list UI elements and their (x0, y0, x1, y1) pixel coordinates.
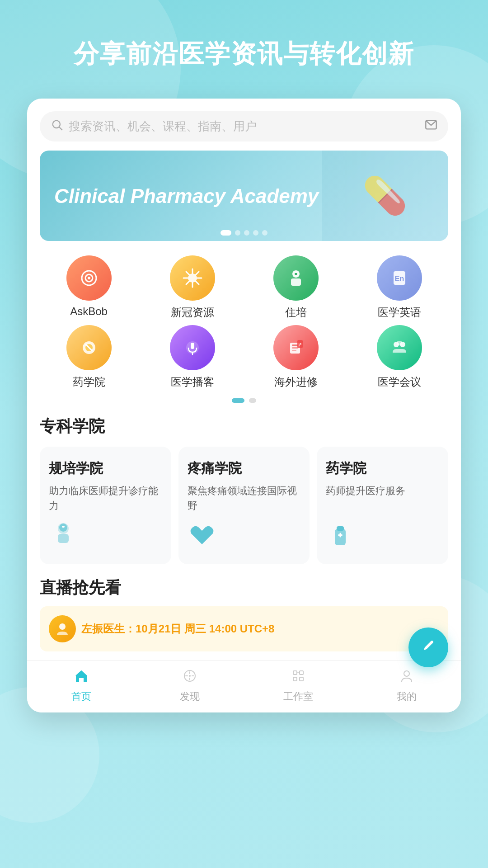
live-avatar (49, 615, 76, 642)
app-card: 搜索资讯、机会、课程、指南、用户 Clinical Pharmacy Acade… (27, 99, 461, 712)
zhupei-label: 住培 (285, 305, 307, 320)
search-placeholder: 搜索资讯、机会、课程、指南、用户 (69, 118, 425, 134)
specialty-card-guipei[interactable]: 规培学院 助力临床医师提升诊疗能力 (40, 447, 171, 564)
svg-rect-17 (295, 273, 297, 275)
svg-rect-42 (340, 533, 341, 538)
live-section: 直播抢先看 左振医生：10月21日 周三 14:00 UTC+8 (27, 577, 461, 660)
icon-conference[interactable]: 医学会议 (350, 325, 448, 389)
live-info: 左振医生：10月21日 周三 14:00 UTC+8 (81, 622, 439, 636)
nav-discover[interactable]: 发现 (136, 668, 244, 703)
svg-rect-53 (293, 677, 297, 681)
svg-line-13 (196, 272, 199, 275)
svg-rect-51 (293, 671, 297, 675)
icon-dot-1 (232, 398, 244, 403)
pharm-icon (326, 521, 439, 555)
svg-rect-16 (291, 278, 301, 286)
discover-label: 发现 (180, 690, 200, 703)
svg-text:En: En (394, 275, 404, 283)
pharm-title: 药学院 (326, 459, 439, 478)
icon-dot-2 (249, 398, 256, 403)
home-label: 首页 (71, 690, 91, 703)
guipei-title: 规培学院 (49, 459, 162, 478)
svg-point-5 (88, 277, 90, 279)
banner-dot-2 (235, 230, 240, 236)
workspace-label: 工作室 (283, 690, 313, 703)
svg-rect-40 (337, 526, 344, 531)
zhupei-icon-circle (273, 255, 319, 301)
pain-title: 疼痛学院 (188, 459, 301, 478)
banner-dot-1 (221, 230, 231, 236)
svg-text:↗: ↗ (298, 342, 302, 347)
overseas-icon-circle: ↗ (273, 325, 319, 370)
bottom-nav: 首页 发现 (27, 660, 461, 712)
english-label: 医学英语 (378, 305, 421, 320)
nav-workspace[interactable]: 工作室 (244, 668, 352, 703)
specialty-card-pain[interactable]: 疼痛学院 聚焦疼痛领域连接国际视野 (178, 447, 310, 564)
fab-edit-button[interactable] (408, 627, 448, 667)
nav-profile[interactable]: 我的 (352, 668, 461, 703)
icon-english[interactable]: En 医学英语 (350, 255, 448, 320)
svg-rect-52 (300, 671, 303, 675)
pharm-desc: 药师提升医疗服务 (326, 483, 439, 514)
svg-point-46 (189, 675, 191, 677)
svg-point-43 (59, 623, 66, 630)
banner-dot-3 (244, 230, 249, 236)
banner-dots (221, 230, 267, 236)
icon-askbob[interactable]: AskBob (40, 255, 138, 320)
icon-zhupei[interactable]: 住培 (247, 255, 345, 320)
pharmacy-icon-circle (66, 325, 112, 370)
covid-icon-circle (170, 255, 215, 301)
profile-icon (399, 668, 414, 687)
svg-point-0 (53, 121, 60, 128)
overseas-label: 海外进修 (274, 375, 318, 389)
hero-text: 分享前沿医学资讯与转化创新 (0, 0, 488, 99)
icons-grid-row1: AskBob 新冠资源 (27, 252, 461, 396)
svg-rect-54 (300, 677, 303, 681)
edit-icon (420, 637, 436, 658)
guipei-desc: 助力临床医师提升诊疗能力 (49, 483, 162, 513)
icon-overseas[interactable]: ↗ 海外进修 (247, 325, 345, 389)
live-speaker-name: 左振医生：10月21日 周三 14:00 UTC+8 (81, 622, 439, 636)
home-icon (74, 668, 89, 687)
podcast-label: 医学播客 (171, 375, 214, 389)
svg-point-56 (404, 671, 409, 676)
live-title-row: 直播抢先看 (40, 577, 448, 599)
search-icon (51, 118, 63, 134)
svg-rect-36 (58, 534, 69, 543)
banner-dot-4 (253, 230, 258, 236)
mail-icon[interactable] (425, 118, 437, 134)
svg-rect-33 (397, 341, 402, 345)
askbob-label: AskBob (70, 305, 108, 318)
conference-label: 医学会议 (378, 375, 421, 389)
live-preview-item[interactable]: 左振医生：10月21日 周三 14:00 UTC+8 (40, 606, 448, 651)
icon-covid[interactable]: 新冠资源 (143, 255, 241, 320)
live-title: 直播抢先看 (40, 577, 121, 599)
pharmacy-label: 药学院 (73, 375, 105, 389)
english-icon-circle: En (377, 255, 422, 301)
svg-rect-23 (191, 343, 194, 349)
svg-line-12 (196, 281, 199, 284)
guipei-icon (49, 520, 162, 555)
svg-line-14 (186, 281, 189, 284)
podcast-icon-circle (170, 325, 215, 370)
banner-dot-5 (262, 230, 267, 236)
svg-rect-27 (292, 347, 298, 349)
icon-podcast[interactable]: 医学播客 (143, 325, 241, 389)
specialty-section-title: 专科学院 (27, 412, 461, 447)
banner-decoration: 💊 (322, 151, 448, 241)
banner[interactable]: Clinical Pharmacy Academy 💊 (40, 151, 448, 241)
pain-desc: 聚焦疼痛领域连接国际视野 (188, 483, 301, 514)
askbob-icon-circle (66, 255, 112, 301)
profile-label: 我的 (397, 690, 417, 703)
svg-line-11 (186, 272, 189, 275)
svg-line-1 (59, 127, 62, 130)
svg-rect-28 (292, 350, 296, 351)
banner-title: Clinical Pharmacy Academy (40, 172, 333, 220)
specialty-card-pharm[interactable]: 药学院 药师提升医疗服务 (317, 447, 448, 564)
pain-icon (188, 521, 301, 555)
covid-label: 新冠资源 (171, 305, 214, 320)
icon-pharmacy[interactable]: 药学院 (40, 325, 138, 389)
nav-home[interactable]: 首页 (27, 668, 136, 703)
search-bar[interactable]: 搜索资讯、机会、课程、指南、用户 (40, 111, 448, 142)
svg-rect-26 (292, 344, 298, 346)
